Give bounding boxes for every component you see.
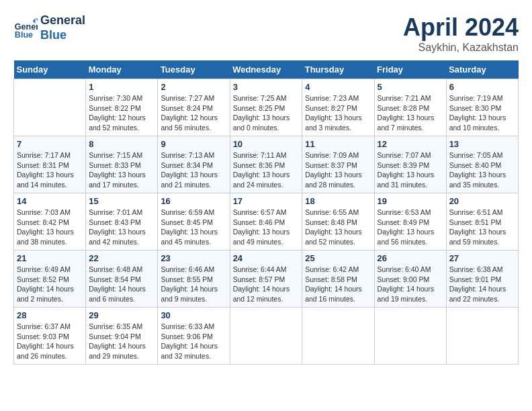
cell-info: Sunrise: 6:49 AM Sunset: 8:52 PM Dayligh… xyxy=(17,265,83,304)
cell-info: Sunrise: 7:11 AM Sunset: 8:36 PM Dayligh… xyxy=(233,150,300,190)
day-number: 25 xyxy=(305,253,371,263)
calendar-cell: 1Sunrise: 7:30 AM Sunset: 8:22 PM Daylig… xyxy=(86,79,158,136)
calendar-cell xyxy=(230,308,302,365)
calendar-table: SundayMondayTuesdayWednesdayThursdayFrid… xyxy=(13,60,519,365)
calendar-cell xyxy=(14,79,86,136)
calendar-cell: 14Sunrise: 7:03 AM Sunset: 8:42 PM Dayli… xyxy=(14,193,86,250)
cell-info: Sunrise: 6:37 AM Sunset: 9:03 PM Dayligh… xyxy=(17,322,83,361)
cell-info: Sunrise: 6:46 AM Sunset: 8:55 PM Dayligh… xyxy=(161,265,226,304)
svg-marker-3 xyxy=(35,18,38,21)
cell-info: Sunrise: 6:40 AM Sunset: 9:00 PM Dayligh… xyxy=(378,265,443,304)
calendar-cell: 4Sunrise: 7:23 AM Sunset: 8:27 PM Daylig… xyxy=(302,79,374,136)
cell-info: Sunrise: 7:27 AM Sunset: 8:24 PM Dayligh… xyxy=(161,93,226,133)
cell-info: Sunrise: 6:42 AM Sunset: 8:58 PM Dayligh… xyxy=(305,265,371,304)
day-number: 30 xyxy=(161,310,226,320)
day-number: 29 xyxy=(89,310,154,320)
weekday-header: Wednesday xyxy=(230,60,302,79)
calendar-cell: 16Sunrise: 6:59 AM Sunset: 8:45 PM Dayli… xyxy=(158,193,230,250)
calendar-cell xyxy=(446,308,518,365)
cell-info: Sunrise: 6:48 AM Sunset: 8:54 PM Dayligh… xyxy=(89,265,154,304)
cell-info: Sunrise: 7:07 AM Sunset: 8:39 PM Dayligh… xyxy=(378,150,443,190)
calendar-cell: 9Sunrise: 7:13 AM Sunset: 8:34 PM Daylig… xyxy=(158,136,230,193)
day-number: 27 xyxy=(449,253,515,263)
weekday-header: Monday xyxy=(86,60,158,79)
day-number: 21 xyxy=(17,253,83,263)
weekday-header: Sunday xyxy=(14,60,86,79)
cell-info: Sunrise: 6:59 AM Sunset: 8:45 PM Dayligh… xyxy=(161,208,226,247)
calendar-cell: 22Sunrise: 6:48 AM Sunset: 8:54 PM Dayli… xyxy=(86,250,158,308)
calendar-cell: 5Sunrise: 7:21 AM Sunset: 8:28 PM Daylig… xyxy=(374,79,446,136)
month-title: April 2024 xyxy=(403,13,519,42)
calendar-cell: 26Sunrise: 6:40 AM Sunset: 9:00 PM Dayli… xyxy=(374,250,446,308)
day-number: 13 xyxy=(449,139,515,149)
calendar-cell: 8Sunrise: 7:15 AM Sunset: 8:33 PM Daylig… xyxy=(86,136,158,193)
day-number: 17 xyxy=(233,196,300,206)
logo-text-line2: Blue xyxy=(40,28,85,43)
calendar-cell: 24Sunrise: 6:44 AM Sunset: 8:57 PM Dayli… xyxy=(230,250,302,308)
cell-info: Sunrise: 6:33 AM Sunset: 9:06 PM Dayligh… xyxy=(161,322,226,361)
calendar-cell: 15Sunrise: 7:01 AM Sunset: 8:43 PM Dayli… xyxy=(86,193,158,250)
calendar-cell: 2Sunrise: 7:27 AM Sunset: 8:24 PM Daylig… xyxy=(158,79,230,136)
weekday-header: Thursday xyxy=(302,60,374,79)
cell-info: Sunrise: 7:13 AM Sunset: 8:34 PM Dayligh… xyxy=(161,150,226,190)
day-number: 26 xyxy=(378,253,443,263)
cell-info: Sunrise: 6:38 AM Sunset: 9:01 PM Dayligh… xyxy=(449,265,515,304)
calendar-cell: 3Sunrise: 7:25 AM Sunset: 8:25 PM Daylig… xyxy=(230,79,302,136)
day-number: 4 xyxy=(305,82,371,92)
day-number: 5 xyxy=(378,82,443,92)
day-number: 23 xyxy=(161,253,226,263)
calendar-cell: 28Sunrise: 6:37 AM Sunset: 9:03 PM Dayli… xyxy=(14,308,86,365)
calendar-cell: 27Sunrise: 6:38 AM Sunset: 9:01 PM Dayli… xyxy=(446,250,518,308)
cell-info: Sunrise: 6:44 AM Sunset: 8:57 PM Dayligh… xyxy=(233,265,300,304)
calendar-week-row: 7Sunrise: 7:17 AM Sunset: 8:31 PM Daylig… xyxy=(14,136,519,193)
cell-info: Sunrise: 7:21 AM Sunset: 8:28 PM Dayligh… xyxy=(378,93,443,133)
weekday-header: Tuesday xyxy=(158,60,230,79)
weekday-header: Friday xyxy=(374,60,446,79)
calendar-cell: 10Sunrise: 7:11 AM Sunset: 8:36 PM Dayli… xyxy=(230,136,302,193)
day-number: 8 xyxy=(89,139,154,149)
calendar-cell: 17Sunrise: 6:57 AM Sunset: 8:46 PM Dayli… xyxy=(230,193,302,250)
day-number: 14 xyxy=(17,196,83,206)
calendar-week-row: 1Sunrise: 7:30 AM Sunset: 8:22 PM Daylig… xyxy=(14,79,519,136)
cell-info: Sunrise: 7:30 AM Sunset: 8:22 PM Dayligh… xyxy=(89,93,154,133)
day-number: 15 xyxy=(89,196,154,206)
calendar-cell: 30Sunrise: 6:33 AM Sunset: 9:06 PM Dayli… xyxy=(158,308,230,365)
day-number: 16 xyxy=(161,196,226,206)
cell-info: Sunrise: 6:51 AM Sunset: 8:51 PM Dayligh… xyxy=(449,208,515,247)
day-number: 20 xyxy=(449,196,515,206)
logo-text-line1: General xyxy=(40,13,85,28)
day-number: 3 xyxy=(233,82,300,92)
calendar-cell: 18Sunrise: 6:55 AM Sunset: 8:48 PM Dayli… xyxy=(302,193,374,250)
day-number: 2 xyxy=(161,82,226,92)
calendar-cell: 19Sunrise: 6:53 AM Sunset: 8:49 PM Dayli… xyxy=(374,193,446,250)
day-number: 22 xyxy=(89,253,154,263)
day-number: 19 xyxy=(378,196,443,206)
day-number: 1 xyxy=(89,82,154,92)
cell-info: Sunrise: 6:53 AM Sunset: 8:49 PM Dayligh… xyxy=(378,208,443,247)
logo: General Blue General Blue xyxy=(13,13,85,42)
logo-icon: General Blue xyxy=(13,16,38,40)
title-block: April 2024 Saykhin, Kazakhstan xyxy=(403,13,519,54)
cell-info: Sunrise: 7:25 AM Sunset: 8:25 PM Dayligh… xyxy=(233,93,300,133)
calendar-cell: 23Sunrise: 6:46 AM Sunset: 8:55 PM Dayli… xyxy=(158,250,230,308)
cell-info: Sunrise: 7:15 AM Sunset: 8:33 PM Dayligh… xyxy=(89,150,154,190)
cell-info: Sunrise: 7:09 AM Sunset: 8:37 PM Dayligh… xyxy=(305,150,371,190)
cell-info: Sunrise: 6:55 AM Sunset: 8:48 PM Dayligh… xyxy=(305,208,371,247)
weekday-header: Saturday xyxy=(446,60,518,79)
calendar-cell xyxy=(302,308,374,365)
calendar-header: SundayMondayTuesdayWednesdayThursdayFrid… xyxy=(14,60,519,79)
day-number: 10 xyxy=(233,139,300,149)
calendar-cell: 6Sunrise: 7:19 AM Sunset: 8:30 PM Daylig… xyxy=(446,79,518,136)
day-number: 6 xyxy=(449,82,515,92)
cell-info: Sunrise: 6:35 AM Sunset: 9:04 PM Dayligh… xyxy=(89,322,154,361)
day-number: 18 xyxy=(305,196,371,206)
calendar-cell: 25Sunrise: 6:42 AM Sunset: 8:58 PM Dayli… xyxy=(302,250,374,308)
day-number: 24 xyxy=(233,253,300,263)
calendar-cell: 11Sunrise: 7:09 AM Sunset: 8:37 PM Dayli… xyxy=(302,136,374,193)
calendar-cell xyxy=(374,308,446,365)
calendar-week-row: 14Sunrise: 7:03 AM Sunset: 8:42 PM Dayli… xyxy=(14,193,519,250)
calendar-week-row: 28Sunrise: 6:37 AM Sunset: 9:03 PM Dayli… xyxy=(14,308,519,365)
day-number: 9 xyxy=(161,139,226,149)
calendar-cell: 12Sunrise: 7:07 AM Sunset: 8:39 PM Dayli… xyxy=(374,136,446,193)
calendar-cell: 13Sunrise: 7:05 AM Sunset: 8:40 PM Dayli… xyxy=(446,136,518,193)
